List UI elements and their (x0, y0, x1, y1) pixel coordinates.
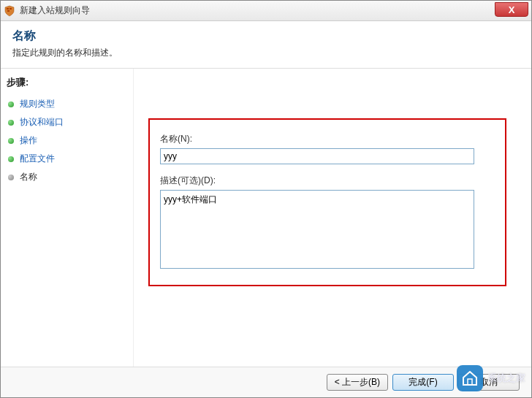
step-action[interactable]: 操作 (7, 131, 127, 150)
bullet-icon (8, 102, 14, 107)
step-label: 名称 (20, 171, 37, 183)
step-label: 操作 (20, 134, 37, 147)
step-label: 协议和端口 (20, 116, 64, 129)
step-label: 配置文件 (20, 153, 55, 165)
wizard-footer: < 上一步(B) 完成(F) 取消 (1, 367, 531, 397)
step-name[interactable]: 名称 (7, 168, 127, 186)
bullet-icon (8, 175, 14, 180)
content-panel: 名称(N): 描述(可选)(D): yyy+软件端口 (134, 69, 531, 372)
firewall-icon (4, 5, 15, 17)
wizard-window: 新建入站规则向导 X 名称 指定此规则的名称和描述。 步骤: 规则类型 协议和端… (0, 0, 532, 398)
description-label: 描述(可选)(D): (160, 175, 495, 187)
page-header: 名称 指定此规则的名称和描述。 (1, 21, 531, 69)
svg-rect-0 (7, 8, 9, 9)
description-textarea[interactable]: yyy+软件端口 (160, 190, 474, 269)
step-rule-type[interactable]: 规则类型 (7, 95, 127, 113)
bullet-icon (8, 156, 14, 162)
step-label: 规则类型 (20, 98, 55, 110)
step-protocol-port[interactable]: 协议和端口 (7, 113, 127, 131)
back-button[interactable]: < 上一步(B) (327, 374, 388, 391)
bullet-icon (8, 138, 14, 144)
close-button[interactable]: X (495, 2, 528, 17)
close-icon: X (509, 4, 515, 15)
step-profile[interactable]: 配置文件 (7, 150, 127, 168)
steps-sidebar: 步骤: 规则类型 协议和端口 操作 配置文件 名称 (1, 69, 134, 372)
svg-rect-2 (7, 10, 10, 12)
titlebar: 新建入站规则向导 X (1, 1, 531, 21)
bullet-icon (8, 120, 14, 126)
name-input[interactable] (160, 148, 474, 164)
finish-button[interactable]: 完成(F) (392, 374, 454, 391)
cancel-button[interactable]: 取消 (458, 374, 520, 391)
highlight-annotation: 名称(N): 描述(可选)(D): yyy+软件端口 (148, 118, 506, 286)
name-label: 名称(N): (160, 133, 495, 145)
page-subtitle: 指定此规则的名称和描述。 (12, 47, 520, 59)
svg-rect-1 (10, 8, 12, 9)
window-title: 新建入站规则向导 (20, 4, 90, 17)
page-title: 名称 (12, 28, 520, 44)
steps-title: 步骤: (7, 76, 127, 89)
body: 步骤: 规则类型 协议和端口 操作 配置文件 名称 (1, 69, 531, 372)
